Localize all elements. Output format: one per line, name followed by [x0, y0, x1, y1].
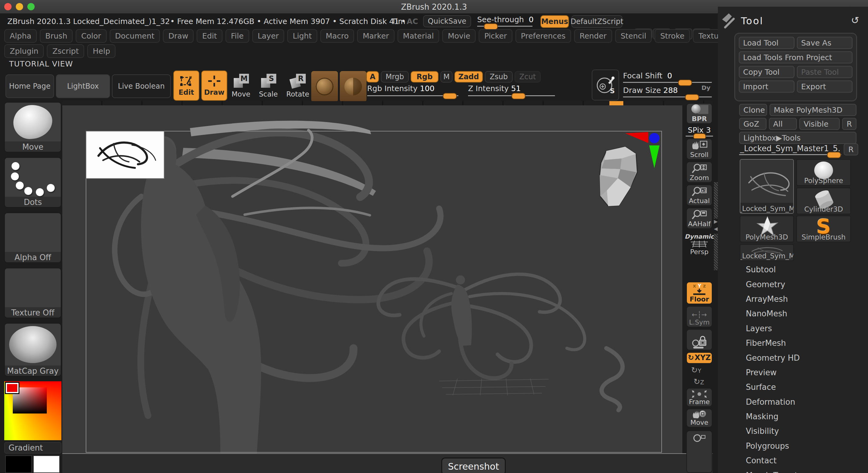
menu-item[interactable]: Layer [252, 29, 284, 43]
menu-item[interactable]: Help [87, 44, 116, 58]
paste-tool-button[interactable]: Paste Tool [797, 66, 852, 78]
menu-item[interactable]: File [225, 29, 249, 43]
dynamic-mode-label[interactable]: Dy [702, 84, 711, 91]
menu-item[interactable]: Stencil [615, 29, 652, 43]
draw-size-slider[interactable]: Draw Size 288 [623, 86, 712, 97]
see-through-slider[interactable]: See-through 0 [477, 15, 532, 27]
subpalette-item[interactable]: Geometry HD [718, 350, 868, 365]
subpalette-item[interactable]: Morph Target [718, 468, 868, 473]
zcut-toggle-button[interactable]: Zcut [515, 71, 541, 82]
zadd-toggle-button[interactable]: Zadd [454, 71, 483, 82]
camera-head-gizmo[interactable] [591, 130, 664, 212]
subpalette-item[interactable]: Preview [718, 365, 868, 380]
tool-palette-header[interactable]: Tool ↺ [718, 12, 868, 30]
rgb-intensity-slider[interactable]: Rgb Intensity 100 [367, 84, 458, 96]
aahalf-button[interactable]: AAHalf [686, 208, 712, 229]
goz-all-button[interactable]: All [769, 118, 797, 130]
current-texture-button[interactable]: Texture Off [4, 268, 61, 318]
subpalette-item[interactable]: Subtool [718, 262, 868, 277]
subpalette-item[interactable]: ArrayMesh [718, 292, 868, 306]
subpalette-item[interactable]: Deformation [718, 395, 868, 409]
subpalette-item[interactable]: FiberMesh [718, 336, 868, 350]
save-as-button[interactable]: Save As [797, 37, 852, 49]
copy-tool-button[interactable]: Copy Tool [739, 66, 795, 78]
subpalette-item[interactable]: Layers [718, 321, 868, 336]
stroke-smooth-button[interactable]: S [592, 70, 619, 100]
rgb-toggle-button[interactable]: Rgb [411, 71, 439, 82]
current-material-thumb-button[interactable]: MatCap Gray [4, 323, 61, 376]
draw-size-handle[interactable] [685, 94, 699, 100]
dynamic-persp-button[interactable]: Dynamic Persp [686, 231, 712, 257]
z-intensity-handle[interactable] [512, 93, 525, 99]
menu-item[interactable]: Marker [357, 29, 394, 43]
screenshot-button[interactable]: Screenshot [441, 458, 506, 473]
rotate-y-button[interactable]: ↻Y [691, 366, 701, 375]
tool-thumb-cylinder3d[interactable]: Cylinder3D [796, 188, 851, 214]
see-through-handle[interactable] [484, 23, 498, 30]
color-picker[interactable] [4, 381, 61, 440]
secondary-color-swatch[interactable] [5, 455, 32, 473]
tray-divider[interactable]: ▶ ◀ [714, 100, 718, 453]
material-slot-button[interactable] [311, 70, 339, 103]
sculpt-viewport[interactable] [62, 105, 682, 453]
bpr-render-button[interactable]: BPR [686, 103, 712, 124]
menu-item[interactable]: Alpha [4, 29, 37, 43]
clone-button[interactable]: Clone [739, 104, 767, 116]
zsub-toggle-button[interactable]: Zsub [485, 71, 513, 82]
move-canvas-button[interactable]: Move [686, 409, 712, 428]
tool-thumb-polysphere[interactable]: PolySphere [796, 159, 851, 186]
subpalette-item[interactable]: NanoMesh [718, 306, 868, 321]
menu-item[interactable]: Movie [442, 29, 476, 43]
tool-r-button[interactable]: R [844, 143, 858, 156]
lock-camera-button[interactable] [686, 329, 712, 350]
import-button[interactable]: Import [739, 80, 795, 93]
menu-item[interactable]: Color [76, 29, 106, 43]
menu-item[interactable]: Macro [320, 29, 354, 43]
menu-item[interactable]: Preferences [516, 29, 571, 43]
menu-item[interactable]: Zscript [47, 44, 84, 58]
move-gizmo-button[interactable]: M Move [231, 74, 250, 98]
active-tool-slider[interactable]: _Locked_Sym_Master1_5. [739, 144, 841, 155]
current-alpha-button[interactable]: Alpha Off [4, 212, 61, 263]
active-color-swatch[interactable] [6, 383, 19, 393]
edit-mode-button[interactable]: Edit [173, 70, 199, 101]
menu-item[interactable]: Render [574, 29, 612, 43]
frame-mesh-button[interactable]: Frame [686, 388, 712, 407]
floor-grid-button[interactable]: x Y z Floor [686, 282, 712, 304]
actual-size-button[interactable]: x1 Actual [686, 184, 712, 206]
tool-thumb-simplebrush[interactable]: S SimpleBrush [796, 215, 851, 242]
rotate-z-button[interactable]: ↻Z [693, 377, 704, 386]
menu-item[interactable]: Material [398, 29, 439, 43]
live-boolean-button[interactable]: Live Boolean [112, 74, 171, 98]
draw-mode-button[interactable]: Draw [201, 70, 227, 101]
tool-thumb-selected[interactable]: _Locked_Sym_M [740, 159, 794, 214]
menu-item[interactable]: Light [287, 29, 317, 43]
menu-item[interactable]: Brush [40, 29, 73, 43]
current-brush-button[interactable]: Move [4, 102, 61, 153]
default-zscript-button[interactable]: DefaultZScript [571, 15, 622, 28]
current-material-button[interactable] [339, 70, 367, 103]
mrgb-toggle-button[interactable]: Mrgb [381, 71, 409, 82]
scale-gizmo-button[interactable]: S Scale [259, 74, 278, 98]
menu-item[interactable]: Draw [163, 29, 194, 43]
rgb-intensity-handle[interactable] [443, 93, 457, 99]
rotate-xyz-button[interactable]: ↻XYZ [686, 352, 712, 364]
gradient-button[interactable]: Gradient [4, 442, 61, 453]
focal-shift-handle[interactable] [678, 79, 692, 86]
reset-palette-icon[interactable]: ↺ [851, 14, 859, 26]
goz-visible-button[interactable]: Visible [799, 118, 840, 130]
subpalette-item[interactable]: Surface [718, 380, 868, 394]
m-toggle-button[interactable]: M [440, 71, 453, 82]
export-button[interactable]: Export [797, 80, 852, 93]
subpalette-item[interactable]: Masking [718, 409, 868, 424]
current-stroke-button[interactable]: Dots [4, 157, 61, 208]
local-symmetry-button[interactable]: ←┆→ L.Sym [686, 306, 712, 327]
menu-item[interactable]: Stroke [655, 29, 690, 43]
tool-thumb-locked-sym[interactable]: _Locked_Sym_M [740, 244, 794, 261]
menu-item[interactable]: Zplugin [4, 44, 44, 58]
subpalette-item[interactable]: Contact [718, 453, 868, 468]
menu-item[interactable]: Picker [479, 29, 512, 43]
divider-close-icon[interactable]: ◀ [714, 226, 718, 232]
z-intensity-slider[interactable]: Z Intensity 51 [468, 84, 555, 96]
primary-color-swatch[interactable] [33, 455, 60, 473]
